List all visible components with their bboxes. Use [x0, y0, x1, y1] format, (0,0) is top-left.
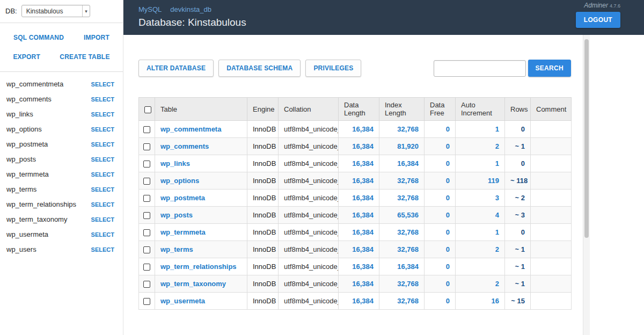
select-all-checkbox[interactable] — [144, 106, 151, 113]
cell-index-length[interactable]: 16,384 — [397, 159, 419, 168]
cell-data-free[interactable]: 0 — [446, 194, 450, 202]
cell-table[interactable]: wp_term_taxonomy — [160, 280, 226, 288]
sidebar-select-link[interactable]: SELECT — [91, 140, 114, 149]
sidebar-select-link[interactable]: SELECT — [91, 230, 114, 239]
cell-data-free[interactable]: 0 — [446, 245, 450, 253]
sidebar-table-name[interactable]: wp_comments — [6, 94, 52, 104]
cell-auto-increment[interactable]: 2 — [495, 142, 499, 150]
cell-auto-increment[interactable]: 2 — [495, 280, 499, 288]
cell-rows[interactable]: 0 — [505, 155, 531, 172]
cell-data-free[interactable]: 0 — [446, 280, 450, 288]
scrollbar-thumb[interactable] — [584, 39, 589, 238]
cell-index-length[interactable]: 32,768 — [397, 297, 419, 305]
cell-index-length[interactable]: 16,384 — [397, 263, 419, 271]
cell-rows[interactable]: ~ 2 — [505, 190, 531, 207]
cell-auto-increment[interactable]: 16 — [492, 297, 499, 305]
cell-auto-increment[interactable]: 1 — [495, 228, 499, 236]
privileges-button[interactable]: PRIVILEGES — [305, 60, 361, 77]
sidebar-table-name[interactable]: wp_postmeta — [6, 140, 48, 149]
cell-table[interactable]: wp_posts — [160, 211, 193, 219]
cell-data-length[interactable]: 16,384 — [352, 228, 374, 236]
cell-table[interactable]: wp_terms — [160, 245, 193, 253]
sidebar-table-name[interactable]: wp_term_taxonomy — [6, 215, 67, 224]
row-checkbox[interactable] — [143, 195, 150, 202]
sidebar-table-name[interactable]: wp_terms — [6, 185, 36, 194]
cell-rows[interactable]: ~ 1 — [505, 258, 531, 275]
sidebar-select-link[interactable]: SELECT — [91, 170, 114, 179]
cell-index-length[interactable]: 32,768 — [397, 228, 419, 236]
cell-rows[interactable]: 0 — [505, 224, 531, 241]
breadcrumb-database-link[interactable]: devkinsta_db — [170, 5, 211, 13]
row-checkbox[interactable] — [143, 143, 150, 150]
row-checkbox[interactable] — [143, 126, 150, 133]
sidebar-select-link[interactable]: SELECT — [91, 110, 114, 119]
cell-data-free[interactable]: 0 — [446, 228, 450, 236]
cell-table[interactable]: wp_links — [160, 159, 190, 168]
search-button[interactable]: SEARCH — [528, 60, 571, 77]
sidebar-select-link[interactable]: SELECT — [91, 200, 114, 209]
cell-index-length[interactable]: 32,768 — [397, 177, 419, 185]
cell-table[interactable]: wp_options — [160, 177, 199, 185]
cell-auto-increment[interactable]: 2 — [495, 245, 499, 253]
sidebar-table-name[interactable]: wp_term_relationships — [6, 200, 76, 209]
cell-data-free[interactable]: 0 — [446, 297, 450, 305]
sidebar-select-link[interactable]: SELECT — [91, 155, 114, 164]
row-checkbox[interactable] — [143, 229, 150, 236]
cell-index-length[interactable]: 32,768 — [397, 125, 419, 133]
row-checkbox[interactable] — [143, 212, 150, 219]
create-table-link[interactable]: CREATE TABLE — [60, 53, 109, 61]
sidebar-select-link[interactable]: SELECT — [91, 215, 114, 224]
cell-rows[interactable]: ~ 118 — [505, 172, 531, 190]
cell-data-length[interactable]: 16,384 — [352, 125, 374, 133]
cell-rows[interactable]: ~ 3 — [505, 207, 531, 224]
cell-data-free[interactable]: 0 — [446, 125, 450, 133]
cell-table[interactable]: wp_commentmeta — [160, 125, 221, 133]
sidebar-table-name[interactable]: wp_commentmeta — [6, 79, 63, 89]
sidebar-select-link[interactable]: SELECT — [91, 125, 114, 134]
cell-data-length[interactable]: 16,384 — [352, 194, 374, 202]
cell-data-free[interactable]: 0 — [446, 211, 450, 219]
sidebar-table-name[interactable]: wp_users — [6, 245, 36, 254]
cell-data-length[interactable]: 16,384 — [352, 142, 374, 150]
cell-index-length[interactable]: 32,768 — [397, 280, 419, 288]
search-input[interactable] — [434, 60, 526, 77]
sidebar-select-link[interactable]: SELECT — [91, 79, 114, 89]
logout-button[interactable]: LOGOUT — [576, 12, 620, 28]
breadcrumb-server-link[interactable]: MySQL — [138, 5, 162, 13]
cell-index-length[interactable]: 32,768 — [397, 245, 419, 253]
sidebar-table-name[interactable]: wp_termmeta — [6, 170, 49, 179]
cell-data-length[interactable]: 16,384 — [352, 159, 374, 168]
cell-table[interactable]: wp_postmeta — [160, 194, 205, 202]
cell-rows[interactable]: ~ 1 — [505, 241, 531, 258]
import-link[interactable]: IMPORT — [84, 34, 109, 41]
alter-database-button[interactable]: ALTER DATABASE — [138, 60, 214, 77]
sidebar-table-name[interactable]: wp_usermeta — [6, 230, 48, 239]
adminer-version-link[interactable]: Adminer4.7.6 — [576, 2, 620, 9]
sidebar-select-link[interactable]: SELECT — [91, 185, 114, 194]
cell-table[interactable]: wp_term_relationships — [160, 263, 237, 271]
db-select[interactable]: Kinstabulous ▾ — [21, 5, 90, 17]
cell-rows[interactable]: ~ 1 — [505, 138, 531, 155]
sidebar-select-link[interactable]: SELECT — [91, 245, 114, 254]
sidebar-table-name[interactable]: wp_options — [6, 125, 42, 134]
row-checkbox[interactable] — [143, 281, 150, 288]
cell-rows[interactable]: 0 — [505, 121, 531, 138]
row-checkbox[interactable] — [143, 264, 150, 271]
export-link[interactable]: EXPORT — [13, 53, 40, 61]
sidebar-table-name[interactable]: wp_posts — [6, 155, 36, 164]
cell-data-length[interactable]: 16,384 — [352, 263, 374, 271]
cell-data-length[interactable]: 16,384 — [352, 280, 374, 288]
cell-index-length[interactable]: 32,768 — [397, 194, 419, 202]
cell-auto-increment[interactable]: 4 — [495, 211, 499, 219]
cell-index-length[interactable]: 65,536 — [397, 211, 419, 219]
cell-auto-increment[interactable]: 1 — [495, 125, 499, 133]
cell-data-free[interactable]: 0 — [446, 142, 450, 150]
cell-auto-increment[interactable]: 1 — [495, 159, 499, 168]
cell-data-length[interactable]: 16,384 — [352, 177, 374, 185]
cell-table[interactable]: wp_termmeta — [160, 228, 206, 236]
cell-auto-increment[interactable]: 119 — [488, 177, 499, 185]
sidebar-select-link[interactable]: SELECT — [91, 94, 114, 104]
row-checkbox[interactable] — [143, 161, 150, 168]
vertical-scrollbar[interactable] — [583, 35, 590, 335]
cell-data-free[interactable]: 0 — [446, 177, 450, 185]
